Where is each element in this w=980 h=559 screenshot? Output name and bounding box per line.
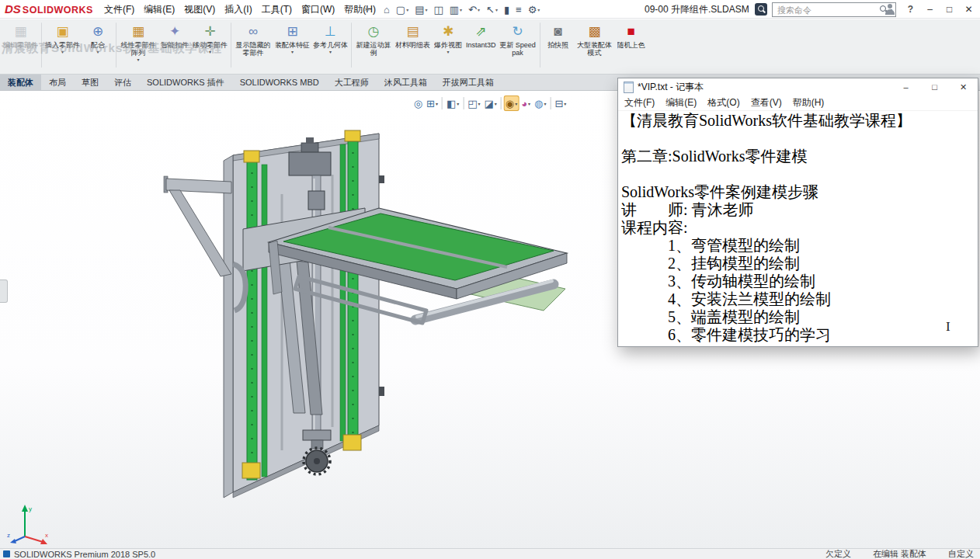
apply-scene-icon[interactable]: ◍ ▾ [533, 95, 547, 111]
command-search[interactable]: ▾ [772, 2, 896, 17]
chevron-down-icon[interactable]: ▾ [544, 101, 546, 106]
chevron-down-icon[interactable]: ▾ [457, 101, 459, 106]
panel-flyout-tab[interactable] [0, 280, 8, 303]
chevron-down-icon[interactable]: ▾ [515, 101, 517, 106]
notepad-text-area[interactable]: 【清晨教育SolidWorks软件基础教学课程】第二章:SolidWorks零件… [618, 111, 978, 346]
bom-table-icon[interactable]: ≡ [513, 0, 525, 19]
chevron-down-icon[interactable]: ▾ [61, 49, 64, 55]
chevron-down-icon[interactable]: ▾ [329, 49, 332, 55]
exploded-view-button[interactable]: ✱ 爆炸视图 ▾ [432, 21, 464, 55]
notepad-window[interactable]: *VIP.txt - 记事本 – □ ✕ 文件(F)编辑(E)格式(O)查看(V… [617, 78, 978, 347]
new-document-icon[interactable]: ▢ ▾ [393, 0, 412, 19]
notepad-maximize-button[interactable]: □ [920, 78, 949, 95]
pin-menu-icon[interactable]: ✶ [363, 0, 370, 19]
smart-fasteners-button[interactable]: ✦ 智能扣件 [158, 21, 191, 49]
options-gear-icon[interactable]: ⚙ ▾ [525, 0, 544, 19]
maximize-button[interactable]: □ [940, 0, 959, 19]
menu-item[interactable]: 窗口(W) [297, 0, 339, 19]
chevron-down-icon[interactable]: ▾ [564, 101, 566, 106]
menu-item[interactable]: 文件(F) [99, 0, 139, 19]
touch-mode-icon[interactable]: ▮ [501, 0, 513, 19]
mate-button[interactable]: ⊕ 配合 ▾ [82, 21, 114, 55]
text-line: 课程内容: [621, 219, 978, 237]
insert-components-button[interactable]: ▣ 插入零部件 ▾ [43, 21, 82, 55]
menu-item[interactable]: 工具(T) [257, 0, 297, 19]
chevron-down-icon[interactable]: ▾ [478, 7, 480, 12]
user-account-icon[interactable] [884, 3, 896, 16]
notepad-minimize-button[interactable]: – [891, 78, 920, 95]
ribbon: ▦ 编辑零部件 ▣ 插入零部件 ▾ ⊕ 配合 ▾ ▦ 线性零 [0, 19, 980, 75]
notepad-menu-item[interactable]: 帮助(H) [787, 95, 830, 110]
menu-item[interactable]: 视图(V) [179, 0, 220, 19]
chevron-down-icon[interactable]: ▾ [495, 101, 497, 106]
help-button[interactable]: ? [901, 0, 920, 19]
chevron-down-icon[interactable]: ▾ [460, 7, 462, 12]
tab-evaluate[interactable]: 评估 [106, 75, 139, 90]
edit-component-button[interactable]: ▦ 编辑零部件 [2, 21, 40, 49]
view-settings-icon[interactable]: ⊟ ▾ [553, 95, 568, 111]
move-component-button[interactable]: ✛ 移动零部件 ▾ [191, 21, 229, 55]
section-view-icon[interactable]: ◧ ▾ [445, 95, 460, 111]
zoom-fit-icon[interactable]: ◎ [412, 95, 424, 111]
linear-component-pattern-button[interactable]: ▦ 线性零部件阵列 ▾ [118, 21, 158, 63]
notepad-titlebar[interactable]: *VIP.txt - 记事本 – □ ✕ [618, 78, 978, 95]
notepad-menu-item[interactable]: 格式(O) [702, 95, 745, 110]
menu-item[interactable]: 编辑(E) [139, 0, 179, 19]
tab-solidworks-mbd[interactable]: SOLIDWORKS MBD [232, 75, 327, 90]
large-assembly-mode-button[interactable]: ▩ 大型装配体模式 [575, 21, 615, 57]
notepad-menu-item[interactable]: 查看(V) [745, 95, 787, 110]
new-motion-study-button[interactable]: ◷ 新建运动算例 [353, 21, 394, 57]
menu-item[interactable]: 帮助(H) [339, 0, 381, 19]
chevron-down-icon[interactable]: ▾ [537, 7, 540, 12]
zoom-to-area-icon[interactable]: ⊞ ▾ [425, 95, 440, 111]
tab-dagongchengshi[interactable]: 大工程师 [327, 75, 377, 90]
notepad-close-button[interactable]: ✕ [949, 78, 978, 95]
chevron-down-icon[interactable]: ▾ [137, 57, 139, 63]
tab-solidworks-addins[interactable]: SOLIDWORKS 插件 [139, 75, 232, 90]
chevron-down-icon[interactable]: ▾ [478, 101, 481, 106]
statusbar-customize[interactable]: 自定义 [948, 548, 974, 559]
chevron-down-icon[interactable]: ▾ [528, 101, 530, 106]
chevron-down-icon[interactable]: ▾ [436, 101, 438, 106]
assembly-features-button[interactable]: ⊞ 装配体特征 ▾ [273, 21, 311, 55]
hud-separator [442, 97, 443, 109]
take-snapshot-button[interactable]: ◙ 拍快照 [542, 21, 575, 49]
notepad-menu-item[interactable]: 编辑(E) [660, 95, 702, 110]
view-orientation-icon[interactable]: ◰ ▾ [466, 95, 481, 111]
tab-layout[interactable]: 布局 [41, 75, 74, 90]
hide-show-items-icon[interactable]: ◉ ▾ [504, 95, 519, 111]
chevron-down-icon[interactable]: ▾ [495, 7, 498, 12]
text-line: 3、传动轴模型的绘制 [621, 273, 978, 290]
tab-sketch[interactable]: 草图 [74, 75, 106, 90]
chevron-down-icon[interactable]: ▾ [96, 49, 99, 55]
chevron-down-icon[interactable]: ▾ [425, 7, 427, 12]
search-shortcut-icon[interactable] [755, 3, 767, 16]
update-speedpak-button[interactable]: ↻ 更新 Speedpak [498, 21, 538, 57]
tab-kaibawang-toolbox[interactable]: 开拔网工具箱 [435, 75, 502, 90]
notepad-menu-item[interactable]: 文件(F) [619, 95, 660, 110]
instant3d-button[interactable]: ⇗ Instant3D [464, 21, 498, 49]
chevron-down-icon[interactable]: ▾ [209, 49, 211, 55]
edit-appearance-icon[interactable]: ◕ ▾ [520, 95, 532, 111]
random-color-button[interactable]: ■ 随机上色 [615, 21, 648, 49]
chevron-down-icon[interactable]: ▾ [406, 7, 408, 12]
print-icon[interactable]: ▥ ▾ [447, 0, 465, 19]
minimize-button[interactable]: – [920, 0, 940, 19]
tab-mufeng-toolbox[interactable]: 沐风工具箱 [377, 75, 435, 90]
display-style-icon[interactable]: ◪ ▾ [483, 95, 499, 111]
undo-icon[interactable]: ↶ ▾ [465, 0, 483, 19]
tab-assembly[interactable]: 装配体 [0, 75, 41, 90]
bill-of-materials-button[interactable]: ▤ 材料明细表 [394, 21, 432, 49]
save-icon[interactable]: ◫ [430, 0, 446, 19]
menu-item[interactable]: 插入(I) [220, 0, 256, 19]
chevron-down-icon[interactable]: ▾ [447, 49, 449, 55]
open-document-icon[interactable]: ▤ ▾ [412, 0, 430, 19]
notepad-menubar: 文件(F)编辑(E)格式(O)查看(V)帮助(H) [618, 95, 978, 111]
chevron-down-icon[interactable]: ▾ [291, 49, 294, 55]
close-button[interactable]: ✕ [959, 0, 978, 19]
show-hidden-components-button[interactable]: ∞ 显示隐藏的零部件 [233, 21, 273, 57]
reference-geometry-button[interactable]: ⊥ 参考几何体 ▾ [311, 21, 349, 55]
home-icon[interactable]: ⌂ [381, 0, 393, 19]
search-input[interactable] [776, 5, 878, 16]
select-cursor-icon[interactable]: ↖ ▾ [483, 0, 501, 19]
